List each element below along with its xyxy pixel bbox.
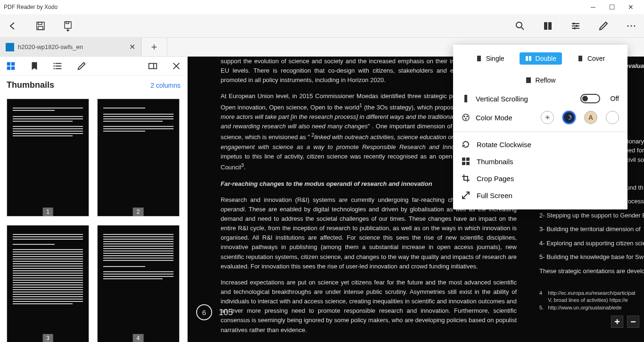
zoom-in-button[interactable]: + (611, 316, 623, 328)
sidebar-tab-outline[interactable] (53, 61, 63, 71)
vertical-scrolling-toggle[interactable] (580, 94, 600, 103)
vertical-scrolling-label: Vertical Scrolling (476, 95, 528, 103)
close-button[interactable]: ✕ (621, 0, 640, 14)
sidebar-close-button[interactable] (171, 61, 182, 71)
save-button[interactable] (35, 20, 46, 32)
tab-label: h2020-wp1820-swfs_en (18, 43, 83, 50)
thumb-number: 2 (133, 208, 144, 216)
scroll-icon (462, 94, 470, 103)
svg-rect-2 (38, 26, 43, 30)
svg-rect-1 (38, 22, 42, 25)
color-mode-dark[interactable]: ☽ (562, 111, 576, 124)
view-options-button[interactable] (570, 20, 581, 32)
zoom-controls: + − (611, 316, 639, 328)
svg-rect-13 (7, 66, 10, 69)
svg-rect-12 (11, 62, 15, 65)
save-as-button[interactable] (63, 20, 74, 32)
app-title: PDF Reader by Xodo (4, 4, 58, 10)
title-bar: PDF Reader by Xodo ─ ☐ ✕ (0, 0, 644, 14)
rotate-clockwise-action[interactable]: Rotate Clockwise (453, 136, 627, 153)
sidebar-layout-toggle[interactable] (148, 61, 158, 71)
color-mode-custom[interactable] (606, 111, 619, 124)
svg-rect-20 (526, 77, 531, 83)
svg-point-10 (634, 25, 636, 26)
rotate-icon (462, 140, 470, 149)
svg-point-23 (464, 116, 465, 117)
page-indicator: 6 105 (196, 304, 233, 320)
svg-rect-4 (66, 22, 69, 24)
svg-point-22 (462, 114, 469, 121)
back-button[interactable] (7, 20, 18, 32)
svg-point-25 (465, 118, 466, 119)
thumbnail-page-2[interactable]: 2 (97, 99, 180, 217)
expand-icon (462, 191, 470, 200)
thumb-number: 3 (42, 334, 53, 342)
mode-cover[interactable]: Cover (571, 52, 611, 65)
svg-point-24 (467, 116, 468, 117)
thumbnail-page-3[interactable]: 3 (7, 225, 89, 342)
double-page-icon (525, 55, 532, 62)
thumbnail-page-4[interactable]: 4 (97, 225, 180, 342)
svg-rect-29 (466, 162, 470, 165)
view-options-popup: Single Double Cover Reflow Vertical Scro… (453, 45, 627, 209)
minimize-button[interactable]: ─ (584, 0, 603, 14)
document-tab[interactable]: h2020-wp1820-swfs_en ✕ (0, 38, 141, 56)
zoom-out-button[interactable]: − (627, 316, 639, 328)
svg-point-5 (516, 22, 522, 28)
mode-reflow[interactable]: Reflow (520, 74, 561, 86)
annotate-button[interactable] (598, 20, 609, 32)
sidebar: Thumbnails 2 columns 1 2 3 (0, 57, 188, 342)
sidebar-tab-bookmarks[interactable] (29, 61, 40, 71)
cover-page-icon (577, 55, 584, 62)
thumb-number: 4 (133, 334, 144, 342)
color-mode-light[interactable]: ☀ (541, 111, 554, 124)
svg-rect-17 (526, 56, 528, 61)
reflow-icon (525, 77, 532, 83)
svg-rect-6 (544, 22, 547, 30)
color-mode-label: Color Mode (476, 114, 512, 122)
crop-pages-action[interactable]: Crop Pages (453, 170, 627, 187)
color-mode-sepia[interactable]: A (584, 111, 597, 124)
paragraph: Increased expectations are put on scienc… (221, 278, 517, 335)
palette-icon (462, 113, 470, 122)
crop-icon (462, 174, 470, 183)
svg-rect-27 (466, 158, 470, 161)
toggle-state: Off (611, 95, 619, 102)
more-options-button[interactable] (626, 20, 637, 32)
sidebar-tab-thumbnails[interactable] (6, 61, 16, 71)
svg-rect-7 (548, 22, 552, 30)
mode-single[interactable]: Single (470, 52, 510, 65)
thumbnail-grid: 1 2 3 4 (0, 95, 187, 342)
svg-rect-16 (477, 56, 481, 61)
page-number-button[interactable]: 6 (196, 304, 212, 320)
app-toolbar (0, 14, 644, 38)
thumbnail-page-1[interactable]: 1 (7, 99, 89, 217)
single-page-icon (476, 55, 482, 62)
columns-selector[interactable]: 2 columns (150, 82, 181, 89)
svg-rect-28 (462, 162, 465, 165)
svg-point-8 (627, 25, 629, 26)
grid-icon (462, 157, 470, 166)
svg-rect-19 (578, 56, 582, 61)
sidebar-title: Thumbnails (7, 80, 54, 90)
svg-rect-18 (529, 56, 531, 61)
tab-close-button[interactable]: ✕ (129, 42, 135, 51)
search-button[interactable] (514, 20, 526, 32)
svg-rect-14 (11, 66, 15, 69)
svg-rect-15 (149, 63, 157, 68)
fullscreen-action[interactable]: Full Screen (453, 187, 627, 204)
svg-rect-3 (65, 22, 71, 28)
pdf-icon (6, 43, 14, 51)
bookmark-panel-button[interactable] (542, 20, 553, 32)
thumbnails-action[interactable]: Thumbnails (453, 153, 627, 170)
maximize-button[interactable]: ☐ (603, 0, 621, 14)
total-pages: 105 (219, 308, 233, 317)
svg-rect-11 (7, 62, 10, 65)
svg-rect-21 (464, 95, 467, 102)
sidebar-tab-annotations[interactable] (76, 61, 87, 71)
new-tab-button[interactable]: + (141, 38, 167, 56)
mode-double[interactable]: Double (520, 52, 562, 65)
svg-point-9 (631, 25, 632, 26)
thumb-number: 1 (42, 208, 53, 216)
svg-rect-26 (462, 158, 465, 161)
